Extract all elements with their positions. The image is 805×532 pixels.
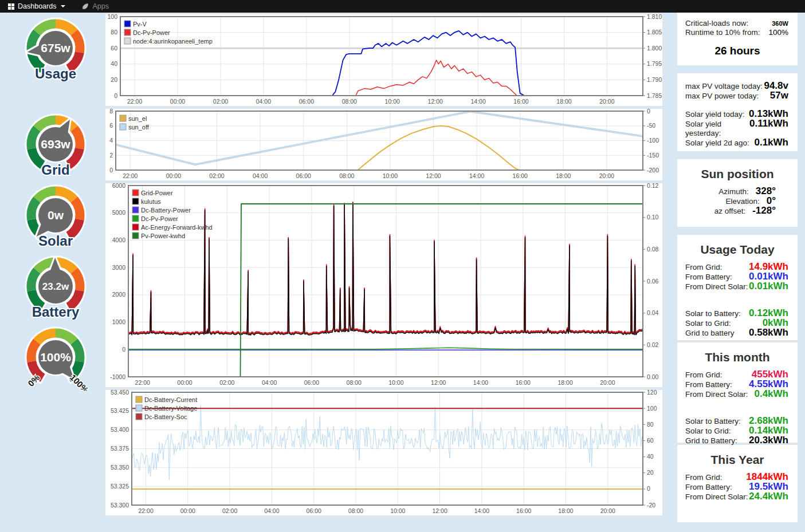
stat-value: 0.14kWh	[749, 426, 788, 435]
legend-swatch	[132, 232, 139, 239]
chart-power-consumption[interactable]: -100001000200030004000500060000.000.020.…	[105, 183, 663, 388]
svg-text:12:00: 12:00	[428, 98, 443, 105]
svg-text:1.810: 1.810	[647, 14, 662, 20]
gauge-soc: 100%0%100%	[13, 323, 99, 393]
legend-label: Dc-Battery-Soc	[144, 413, 187, 420]
svg-text:16:00: 16:00	[513, 98, 528, 105]
svg-text:1.785: 1.785	[647, 92, 662, 99]
stat-label: From Battery:	[685, 483, 749, 492]
series-Dc-Battery-Voltage	[132, 405, 643, 480]
chart-sun-position[interactable]: 02468-200-150-100-50022:0000:0002:0004:0…	[105, 108, 663, 181]
series-kulutus	[128, 203, 643, 335]
chart-battery-svg: 53.30053.32553.35053.37553.40053.42553.4…	[105, 390, 663, 517]
chart-battery[interactable]: 53.30053.32553.35053.37553.40053.42553.4…	[105, 389, 663, 516]
legend-label: Ac-Energy-Forward-kwhd	[141, 224, 213, 231]
stat-value: 0.4kWh	[754, 389, 788, 399]
stat-row: az offset:-128°	[677, 206, 798, 216]
gauge-value: 100%	[40, 350, 71, 364]
stat-label: From Direct Solar:	[685, 282, 749, 291]
legend-label: Grid-Power	[141, 190, 173, 196]
svg-text:22:00: 22:00	[127, 98, 142, 105]
stat-value: 2.68kWh	[749, 416, 788, 425]
svg-text:-200: -200	[647, 167, 659, 174]
legend-label: Dc-Battery-Voltage	[144, 405, 197, 412]
stat-value: 0.11kWh	[749, 119, 788, 128]
top-navigation-bar: Dashboards Apps	[0, 0, 805, 13]
stat-value: 57w	[770, 91, 788, 100]
gauge-grid: 693wGrid	[13, 110, 99, 180]
svg-text:04:00: 04:00	[264, 507, 279, 514]
stat-label: From Grid:	[685, 371, 752, 380]
svg-text:20:00: 20:00	[599, 98, 614, 105]
stat-value: 0°	[767, 196, 776, 206]
svg-text:20:00: 20:00	[599, 172, 614, 179]
svg-text:1.795: 1.795	[647, 60, 662, 67]
svg-text:16:00: 16:00	[516, 507, 531, 514]
gauge-value: 0w	[48, 208, 64, 222]
svg-text:-50: -50	[647, 122, 655, 129]
svg-text:10:00: 10:00	[390, 507, 405, 514]
stat-value: 100%	[768, 28, 788, 37]
svg-text:0.08: 0.08	[647, 246, 659, 253]
legend-swatch	[132, 215, 139, 222]
legend-swatch	[132, 224, 139, 230]
chart-power-consumption-svg: -100001000200030004000500060000.000.020.…	[105, 183, 663, 388]
stat-value: 19.5kWh	[749, 482, 788, 491]
legend-swatch	[124, 21, 131, 27]
gauge-grid-svg: 693wGrid	[13, 110, 99, 178]
svg-text:100: 100	[647, 405, 657, 412]
chart-pv-voltage-power[interactable]: 0204060801001.7851.7901.7951.8001.8051.8…	[105, 14, 663, 107]
stat-value: 0kWh	[763, 318, 788, 328]
nav-apps[interactable]: Apps	[73, 0, 117, 13]
runtime-hours-value: 26 hours	[677, 45, 798, 57]
gauge-value: 693w	[41, 137, 70, 151]
svg-text:02:00: 02:00	[219, 379, 234, 386]
gauge-label: Grid	[41, 162, 69, 178]
svg-text:40: 40	[111, 60, 117, 67]
stat-row: max PV power today:57w	[677, 91, 798, 101]
stat-row: Elevation:0°	[677, 196, 798, 206]
svg-text:53.350: 53.350	[111, 464, 129, 471]
svg-text:14:00: 14:00	[470, 98, 485, 105]
legend-label: sun_el	[128, 115, 147, 122]
svg-text:0.12: 0.12	[647, 183, 659, 189]
svg-text:0: 0	[647, 109, 650, 115]
nav-dashboards[interactable]: Dashboards	[0, 0, 73, 13]
stat-label: From Grid:	[685, 263, 749, 272]
svg-text:53.325: 53.325	[111, 483, 129, 490]
svg-text:0: 0	[122, 346, 125, 353]
svg-text:06:00: 06:00	[307, 507, 321, 514]
svg-text:-20: -20	[647, 502, 655, 509]
stat-row: Grid to battery0.58kWh	[677, 328, 798, 338]
stat-label: max PV voltage today:	[685, 82, 764, 91]
svg-text:53.450: 53.450	[111, 390, 129, 396]
svg-text:00:00: 00:00	[180, 507, 195, 514]
legend-swatch	[124, 29, 131, 36]
stat-row: From Direct Solar:0.01kWh	[677, 282, 798, 291]
gauge-value: 675w	[41, 41, 70, 54]
svg-text:20:00: 20:00	[600, 507, 615, 514]
nav-apps-label: Apps	[92, 2, 109, 10]
svg-text:04:00: 04:00	[262, 379, 277, 386]
stat-value: 0.01kWh	[749, 272, 788, 281]
gauge-label: Battery	[32, 304, 80, 320]
svg-text:0.06: 0.06	[647, 278, 659, 285]
stat-value: 94.8v	[764, 81, 788, 90]
svg-text:0: 0	[647, 485, 650, 492]
stat-row: Grid to Battery:20.3kWh	[677, 436, 798, 446]
svg-text:0.00: 0.00	[647, 373, 659, 380]
panel-pv-stats: max PV voltage today:94.8vmax PV power t…	[677, 73, 798, 152]
svg-text:100: 100	[107, 14, 117, 20]
svg-text:53.375: 53.375	[111, 445, 129, 452]
stat-label: Azimuth:	[694, 187, 756, 196]
stat-row: Runtime to 10% from:100%	[677, 28, 798, 37]
svg-text:6000: 6000	[112, 183, 126, 189]
stat-label: max PV power today:	[685, 92, 770, 101]
gauge-usage-svg: 675wUsage	[13, 14, 99, 81]
gauge-soc-svg: 100%0%100%	[13, 323, 99, 391]
stat-label: Solar yield yesterday:	[685, 120, 749, 138]
stats-column: Critical-loads now:360WRuntime to 10% fr…	[677, 0, 798, 523]
gauge-usage: 675wUsage	[13, 14, 99, 84]
legend-label: node:4:aurinkopaneeli_temp	[133, 38, 213, 45]
legend-label: sun_off	[128, 124, 150, 131]
